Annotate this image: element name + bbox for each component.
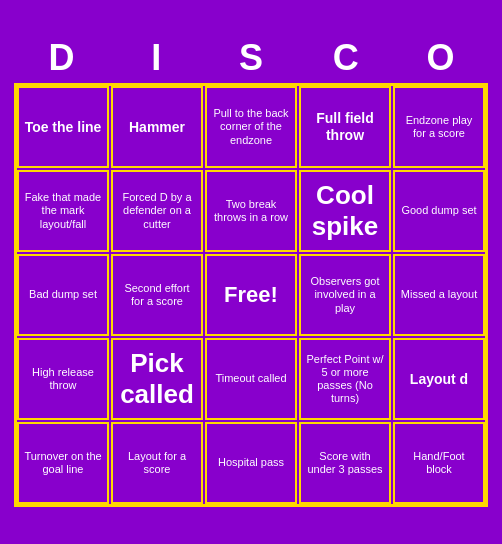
bingo-cell-8[interactable]: Cool spike <box>299 170 391 252</box>
bingo-cell-19[interactable]: Layout d <box>393 338 485 420</box>
bingo-cell-0[interactable]: Toe the line <box>17 86 109 168</box>
bingo-cell-5[interactable]: Fake that made the mark layout/fall <box>17 170 109 252</box>
bingo-cell-11[interactable]: Second effort for a score <box>111 254 203 336</box>
bingo-cell-17[interactable]: Timeout called <box>205 338 297 420</box>
bingo-cell-24[interactable]: Hand/Foot block <box>393 422 485 504</box>
bingo-cell-21[interactable]: Layout for a score <box>111 422 203 504</box>
bingo-cell-7[interactable]: Two break throws in a row <box>205 170 297 252</box>
header-o: O <box>397 37 485 79</box>
bingo-cell-4[interactable]: Endzone play for a score <box>393 86 485 168</box>
bingo-cell-12[interactable]: Free! <box>205 254 297 336</box>
header-i: I <box>112 37 200 79</box>
bingo-cell-2[interactable]: Pull to the back corner of the endzone <box>205 86 297 168</box>
bingo-cell-23[interactable]: Score with under 3 passes <box>299 422 391 504</box>
bingo-header: D I S C O <box>14 37 488 79</box>
header-d: D <box>17 37 105 79</box>
bingo-cell-3[interactable]: Full field throw <box>299 86 391 168</box>
header-s: S <box>207 37 295 79</box>
bingo-cell-22[interactable]: Hospital pass <box>205 422 297 504</box>
bingo-cell-6[interactable]: Forced D by a defender on a cutter <box>111 170 203 252</box>
bingo-grid: Toe the lineHammerPull to the back corne… <box>14 83 488 507</box>
bingo-cell-18[interactable]: Perfect Point w/ 5 or more passes (No tu… <box>299 338 391 420</box>
bingo-cell-20[interactable]: Turnover on the goal line <box>17 422 109 504</box>
bingo-cell-15[interactable]: High release throw <box>17 338 109 420</box>
bingo-cell-16[interactable]: Pick called <box>111 338 203 420</box>
header-c: C <box>302 37 390 79</box>
bingo-cell-1[interactable]: Hammer <box>111 86 203 168</box>
bingo-card: D I S C O Toe the lineHammerPull to the … <box>6 29 496 515</box>
bingo-cell-10[interactable]: Bad dump set <box>17 254 109 336</box>
bingo-cell-14[interactable]: Missed a layout <box>393 254 485 336</box>
bingo-cell-9[interactable]: Good dump set <box>393 170 485 252</box>
bingo-cell-13[interactable]: Observers got involved in a play <box>299 254 391 336</box>
